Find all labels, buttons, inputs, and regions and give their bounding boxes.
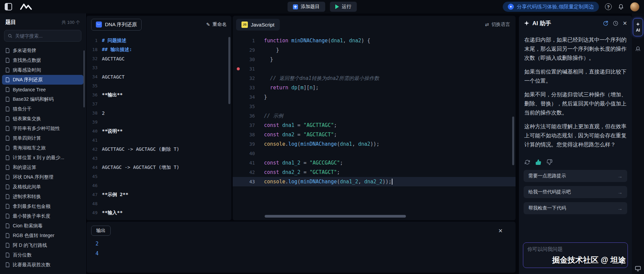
suggestion-chip[interactable]: 需要一点思路提示 →: [524, 170, 627, 182]
plugin-icon[interactable]: [635, 46, 641, 52]
code-line[interactable]: 37 const dna1 = "AGCTTAGC";: [233, 121, 516, 130]
line-number[interactable]: 40: [233, 151, 257, 156]
line-number[interactable]: 33: [233, 85, 257, 90]
code-line[interactable]: 31: [233, 64, 516, 74]
close-icon[interactable]: ✕: [623, 20, 627, 27]
line-number[interactable]: 42: [233, 170, 257, 175]
rename-label: 重命名: [213, 21, 227, 28]
line-number[interactable]: 41: [233, 160, 257, 166]
history-icon[interactable]: [613, 20, 618, 26]
sidebar-item[interactable]: 及格线此间单: [2, 182, 83, 192]
code-line[interactable]: 1 function minDNAChange(dna1, dna2) {: [233, 36, 516, 45]
output-tab[interactable]: 输出: [91, 226, 111, 236]
share-conversation-icon[interactable]: [603, 20, 608, 26]
language-tab[interactable]: JS JavaScript: [236, 19, 280, 31]
editor-horizontal-scrollbar[interactable]: [265, 215, 406, 218]
sidebar-item[interactable]: 环状 DNA 序列整理: [2, 172, 83, 182]
line-number[interactable]: 34: [233, 94, 257, 100]
sidebar-item[interactable]: 百分位数: [2, 250, 83, 260]
sidebar-item[interactable]: 青海湖租车之旅: [2, 143, 83, 153]
sidebar-item[interactable]: Cion 勒索病毒: [2, 221, 83, 231]
code-token: minDNAChange: [300, 141, 337, 147]
regenerate-icon[interactable]: [524, 159, 530, 165]
line-number[interactable]: 36: [233, 113, 257, 119]
line-number[interactable]: 32: [233, 76, 257, 81]
line-number[interactable]: 38: [233, 132, 257, 137]
rename-button[interactable]: ✎ 重命名: [206, 21, 227, 28]
switch-language-button[interactable]: ⇄ 切换语言: [485, 21, 510, 28]
sidebar-item[interactable]: 链表聚集交换: [2, 114, 83, 124]
thumbs-down-icon[interactable]: [546, 159, 553, 165]
code-line[interactable]: 40: [233, 149, 516, 158]
line-number[interactable]: 43: [233, 179, 257, 184]
close-icon[interactable]: ✕: [498, 228, 503, 234]
sidebar-item[interactable]: Bytedance Tree: [2, 85, 83, 94]
add-square-icon: [293, 4, 298, 9]
sidebar-item[interactable]: 计算位置 x 到 y 的最少...: [2, 153, 83, 163]
sidebar-scrollbar[interactable]: [83, 50, 85, 107]
sidebar-item[interactable]: 字符串有多少种可能性: [2, 124, 83, 133]
code-line[interactable]: 30 }: [233, 55, 516, 64]
sidebar-item[interactable]: Base32 编码和解码: [2, 94, 83, 104]
line-number[interactable]: 37: [233, 123, 257, 128]
code-line[interactable]: 32 // 返回整个dna1转换为dna2所需的最小操作数: [233, 74, 516, 83]
code-line[interactable]: 36 // 示例: [233, 111, 516, 121]
ai-launcher-button[interactable]: AI: [633, 18, 643, 36]
code-line[interactable]: 42 const dna2_2 = "GCTAGCT";: [233, 168, 516, 177]
sidebar-item[interactable]: 拿到最多红包金额: [2, 201, 83, 211]
line-number[interactable]: 39: [233, 141, 257, 147]
sidebar-item[interactable]: 简单四则计算: [2, 133, 83, 143]
add-question-button[interactable]: 添加题目: [288, 2, 325, 12]
send-icon[interactable]: [618, 259, 624, 265]
sidebar-item[interactable]: 阿 D 的飞行路线: [2, 240, 83, 250]
code-line[interactable]: 35: [233, 102, 516, 111]
help-icon[interactable]: ?: [605, 3, 612, 10]
notification-bell-icon[interactable]: [618, 4, 624, 10]
sidebar-item[interactable]: 最小替换子串长度: [2, 211, 83, 221]
code-line[interactable]: 34 }: [233, 92, 516, 102]
suggestion-chip[interactable]: 帮我检查一下代码 →: [524, 202, 627, 214]
sidebar-item[interactable]: 病毒感染时间: [2, 65, 83, 75]
thumbs-up-icon[interactable]: [535, 159, 541, 165]
line-number[interactable]: 31: [233, 66, 257, 72]
line-number[interactable]: 29: [233, 47, 257, 53]
code-token: const: [264, 169, 279, 175]
sidebar-item[interactable]: 进制求和转换: [2, 192, 83, 201]
code-line[interactable]: 38 const dna2 = "AGCTAGCT";: [233, 130, 516, 139]
line-number[interactable]: 1: [233, 38, 257, 43]
suggestion-chip[interactable]: 给我一些代码提示吧 →: [524, 186, 627, 198]
code-token: =: [300, 160, 309, 166]
problem-markdown-view[interactable]: 1 # 问题描述 18 ## 输出描述: 32 AGCTTAGC 33 34 A…: [86, 33, 231, 217]
search-input[interactable]: [15, 33, 78, 39]
code-token: dna2_2: [364, 179, 382, 185]
pencil-icon: ✎: [206, 22, 210, 27]
app-logo[interactable]: [20, 3, 34, 11]
sidebar-item[interactable]: 多米诺骨牌: [2, 46, 83, 55]
output-line: 2: [96, 239, 516, 249]
document-icon: [5, 106, 10, 111]
code-area[interactable]: 1 function minDNAChange(dna1, dna2) { 29…: [233, 33, 516, 186]
problem-title-box[interactable]: ﹀ DNA 序列还原: [91, 19, 142, 31]
code-line-text: const dna1_2 = "AGCCGAGC";: [257, 160, 343, 166]
sidebar-item[interactable]: 和的逆运算: [2, 163, 83, 172]
sidebar-item[interactable]: 比赛最高获胜次数: [2, 260, 83, 270]
code-line[interactable]: 33 return dp[m][n];: [233, 83, 516, 92]
sidebar-item[interactable]: 猫鱼分干: [2, 104, 83, 114]
display-monitor-icon[interactable]: [635, 265, 641, 272]
code-line[interactable]: 39 console.log(minDNAChange(dna1, dna2))…: [233, 139, 516, 149]
sidebar-item[interactable]: RGB 色值转 Integer: [2, 231, 83, 240]
ai-question-input[interactable]: [527, 246, 623, 260]
code-line[interactable]: 43 console.log(minDNAChange(dna1_2, dna2…: [233, 177, 516, 186]
line-number[interactable]: 30: [233, 57, 257, 62]
sidebar-toggle-icon[interactable]: [5, 3, 12, 10]
sidebar-item[interactable]: DNA 序列还原: [2, 75, 83, 85]
run-button[interactable]: 运行: [330, 2, 357, 12]
code-line[interactable]: 29 }: [233, 45, 516, 55]
code-line[interactable]: 41 const dna1_2 = "AGCCGAGC";: [233, 158, 516, 168]
promo-banner[interactable]: ✦ 分享代码练习体验,领限量定制周边: [503, 2, 599, 12]
editor-vertical-scrollbar[interactable]: [512, 117, 514, 165]
problem-scrollbar[interactable]: [228, 37, 230, 104]
sidebar-item[interactable]: 查找热点数据: [2, 55, 83, 65]
line-number[interactable]: 35: [233, 104, 257, 109]
user-avatar[interactable]: [630, 2, 639, 11]
